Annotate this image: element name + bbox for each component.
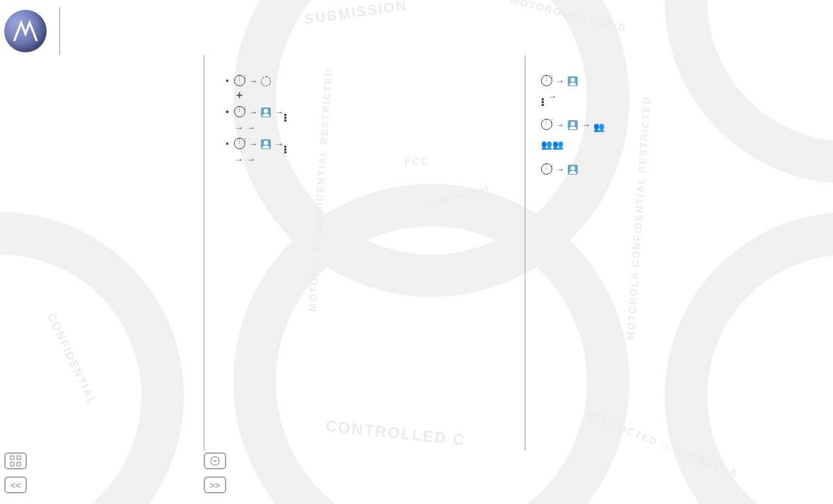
apps-icon <box>234 75 245 86</box>
share-how: → <box>541 90 830 106</box>
footer-nav: << >> <box>0 449 233 504</box>
apps-icon <box>234 138 245 149</box>
group-icon: 👥 <box>552 139 564 151</box>
groups-create: 👥👥 <box>541 136 830 151</box>
findit-share: → <box>541 75 830 88</box>
svg-rect-2 <box>11 462 14 466</box>
findit-groups: → → 👥 <box>541 119 830 134</box>
motorola-logo <box>4 10 47 52</box>
next-button[interactable]: >> <box>204 476 226 493</box>
svg-rect-1 <box>17 456 21 459</box>
people-icon <box>261 107 271 117</box>
bullet-sim: → → → → <box>226 106 509 134</box>
findit-details: → <box>541 163 830 176</box>
people-icon <box>261 139 271 149</box>
apps-icon <box>541 119 552 130</box>
menu-icon <box>542 98 544 106</box>
toc-sidebar <box>0 55 191 451</box>
content-column-2: → → → → 👥 👥👥 → <box>538 55 833 451</box>
people-icon <box>568 76 578 86</box>
content-column-1: → ＋ → → → → → → → → <box>217 55 512 451</box>
people-icon <box>568 120 578 130</box>
column-divider-1 <box>204 55 204 451</box>
back-button[interactable]: << <box>4 476 27 493</box>
gear-icon <box>261 76 271 86</box>
menu-icon <box>284 146 286 153</box>
more-button[interactable] <box>204 452 226 469</box>
apps-icon <box>541 163 552 175</box>
bullet-computer: → → → → <box>226 138 509 166</box>
svg-rect-3 <box>17 462 21 466</box>
apps-icon <box>234 106 245 117</box>
menu-button[interactable] <box>4 452 27 469</box>
group-icon: 👥 <box>593 121 605 134</box>
apps-icon <box>541 75 552 86</box>
svg-rect-0 <box>11 456 14 459</box>
column-divider-2 <box>525 55 525 451</box>
group-icon: 👥 <box>541 139 552 151</box>
header-divider <box>59 7 60 55</box>
menu-icon <box>284 114 286 122</box>
bullet-social: → ＋ <box>226 75 509 102</box>
plus-icon: ＋ <box>234 88 245 100</box>
people-icon <box>568 165 578 175</box>
